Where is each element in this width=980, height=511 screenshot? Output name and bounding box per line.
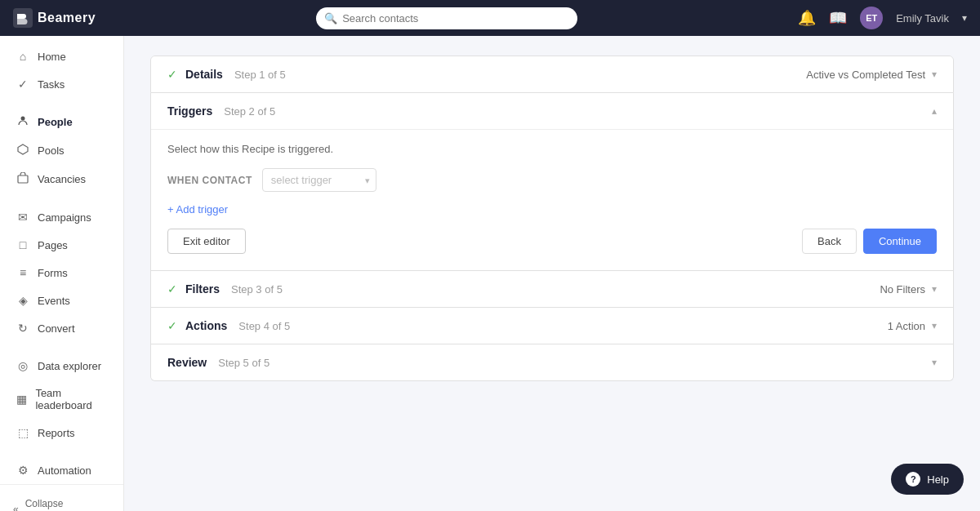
help-button[interactable]: ? Help	[891, 464, 964, 495]
accordion-details: ✓ Details Step 1 of 5 Active vs Complete…	[150, 56, 954, 93]
exit-editor-button[interactable]: Exit editor	[167, 229, 246, 254]
filters-step: Step 3 of 5	[231, 283, 283, 295]
sidebar-item-label: Events	[38, 295, 70, 307]
accordion-triggers-right: ▴	[932, 105, 937, 117]
user-menu-chevron[interactable]: ▾	[962, 12, 967, 24]
sidebar-item-home[interactable]: ⌂ Home	[3, 43, 120, 69]
trigger-row: WHEN CONTACT select trigger ▾	[167, 168, 937, 192]
sidebar-item-label: Campaigns	[38, 211, 91, 224]
accordion-triggers-body: Select how this Recipe is triggered. WHE…	[151, 129, 953, 270]
actions-step: Step 4 of 5	[238, 320, 290, 332]
accordion-actions: ✓ Actions Step 4 of 5 1 Action ▾	[150, 308, 954, 344]
accordion-review-header[interactable]: Review Step 5 of 5 ▾	[151, 344, 953, 380]
sidebar-item-label: Tasks	[38, 78, 65, 91]
search-input[interactable]	[316, 7, 577, 29]
tasks-icon: ✓	[16, 78, 29, 91]
sidebar-item-data-explorer[interactable]: ◎ Data explorer	[3, 353, 120, 379]
accordion-actions-header[interactable]: ✓ Actions Step 4 of 5 1 Action ▾	[151, 308, 953, 344]
logo[interactable]: Beamery	[13, 8, 96, 28]
pools-icon	[16, 144, 29, 158]
sidebar-item-convert[interactable]: ↻ Convert	[3, 315, 120, 341]
actions-chevron-icon: ▾	[932, 320, 937, 331]
svg-rect-3	[18, 176, 28, 183]
sidebar-item-team-leaderboard[interactable]: ▦ Team leaderboard	[3, 380, 120, 418]
accordion-filters-left: ✓ Filters Step 3 of 5	[167, 282, 283, 295]
sidebar-item-automation[interactable]: ⚙ Automation	[3, 457, 120, 483]
sidebar-item-label: Convert	[38, 322, 75, 335]
actions-right-label: 1 Action	[888, 320, 925, 332]
search-icon: 🔍	[324, 12, 337, 24]
convert-icon: ↻	[16, 322, 29, 335]
sidebar-item-label: Home	[38, 51, 66, 63]
sidebar-item-label: People	[38, 116, 73, 128]
sidebar-item-label: Vacancies	[38, 173, 86, 185]
review-step: Step 5 of 5	[218, 357, 270, 369]
collapse-icon: «	[13, 504, 19, 511]
sidebar-item-pages[interactable]: □ Pages	[3, 232, 120, 258]
sidebar-item-people[interactable]: People	[3, 109, 120, 136]
triggers-title: Triggers	[167, 104, 212, 118]
reports-icon: ⬚	[16, 426, 29, 439]
triggers-description: Select how this Recipe is triggered.	[167, 143, 937, 155]
details-title: Details	[185, 68, 223, 81]
details-step: Step 1 of 5	[234, 69, 286, 81]
when-contact-label: WHEN CONTACT	[167, 175, 252, 186]
accordion-triggers-header[interactable]: Triggers Step 2 of 5 ▴	[151, 93, 953, 129]
topnav-right: 🔔 📖 ET Emily Tavik ▾	[798, 7, 967, 29]
sidebar-item-reports[interactable]: ⬚ Reports	[3, 420, 120, 446]
details-check-icon: ✓	[167, 68, 177, 81]
beamery-logo-icon	[13, 8, 33, 28]
books-icon[interactable]: 📖	[829, 9, 847, 27]
collapse-navigation-button[interactable]: « Collapse navigation	[0, 491, 123, 511]
filters-check-icon: ✓	[167, 282, 177, 295]
automation-icon: ⚙	[16, 464, 29, 477]
help-icon: ?	[906, 472, 920, 487]
svg-point-1	[21, 117, 25, 121]
sidebar-bottom: « Collapse navigation	[0, 484, 123, 511]
trigger-select[interactable]: select trigger	[262, 168, 376, 192]
data-explorer-icon: ◎	[16, 359, 29, 372]
accordion-filters-right: No Filters ▾	[880, 283, 937, 295]
sidebar-item-events[interactable]: ◈ Events	[3, 287, 120, 313]
sidebar-item-label: Pages	[38, 239, 68, 251]
continue-button[interactable]: Continue	[863, 229, 937, 254]
forms-icon: ≡	[16, 266, 29, 279]
campaigns-icon: ✉	[16, 211, 29, 224]
back-button[interactable]: Back	[802, 229, 857, 254]
events-icon: ◈	[16, 294, 29, 307]
accordion-triggers-left: Triggers Step 2 of 5	[167, 104, 275, 118]
sidebar-item-label: Data explorer	[38, 360, 101, 372]
vacancies-icon	[16, 172, 29, 186]
review-chevron-icon: ▾	[932, 357, 937, 368]
accordion-review-left: Review Step 5 of 5	[167, 356, 270, 369]
filters-title: Filters	[185, 282, 220, 295]
actions-title: Actions	[185, 319, 227, 332]
sidebar-item-label: Reports	[38, 427, 75, 439]
actions-check-icon: ✓	[167, 319, 177, 332]
notifications-icon[interactable]: 🔔	[798, 9, 816, 27]
sidebar-item-pools[interactable]: Pools	[3, 137, 120, 164]
collapse-label: Collapse navigation	[25, 498, 110, 511]
accordion-details-left: ✓ Details Step 1 of 5	[167, 68, 286, 81]
avatar[interactable]: ET	[860, 7, 883, 29]
sidebar: ⌂ Home ✓ Tasks People Pools Vacancies	[0, 36, 124, 511]
filters-chevron-icon: ▾	[932, 283, 937, 295]
logo-text: Beamery	[38, 11, 96, 25]
sidebar-item-tasks[interactable]: ✓ Tasks	[3, 71, 120, 97]
sidebar-item-vacancies[interactable]: Vacancies	[3, 166, 120, 193]
accordion-filters-header[interactable]: ✓ Filters Step 3 of 5 No Filters ▾	[151, 271, 953, 307]
sidebar-item-label: Pools	[38, 144, 65, 157]
sidebar-item-forms[interactable]: ≡ Forms	[3, 260, 120, 286]
main-content: ✓ Details Step 1 of 5 Active vs Complete…	[124, 36, 980, 511]
accordion-details-header[interactable]: ✓ Details Step 1 of 5 Active vs Complete…	[151, 56, 953, 92]
accordion-details-right: Active vs Completed Test ▾	[806, 69, 937, 81]
accordion-actions-right: 1 Action ▾	[888, 320, 937, 332]
top-navigation: Beamery 🔍 🔔 📖 ET Emily Tavik ▾	[0, 0, 980, 36]
trigger-select-container: select trigger ▾	[262, 168, 376, 192]
filters-right-label: No Filters	[880, 283, 925, 295]
sidebar-item-campaigns[interactable]: ✉ Campaigns	[3, 204, 120, 230]
team-leaderboard-icon: ▦	[16, 393, 27, 406]
user-name: Emily Tavik	[896, 12, 949, 24]
add-trigger-link[interactable]: + Add trigger	[167, 203, 228, 216]
trigger-buttons: Exit editor Back Continue	[167, 229, 937, 254]
